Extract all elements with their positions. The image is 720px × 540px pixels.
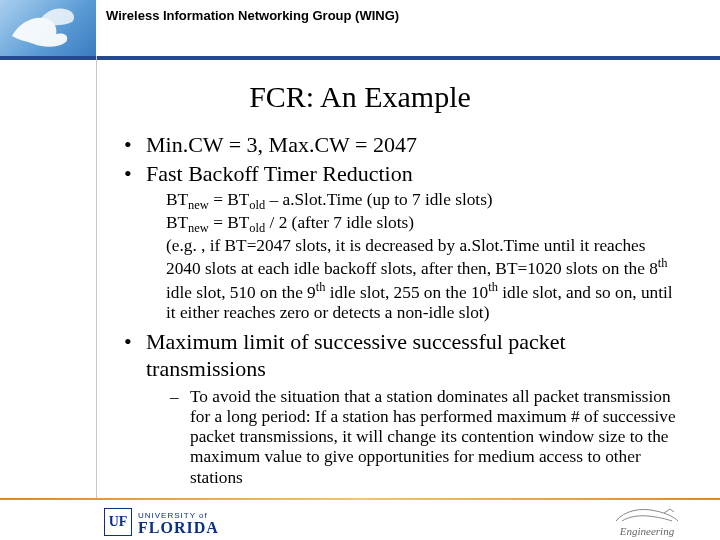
fbtr-details: BTnew = BTold – a.Slot.Time (up to 7 idl… xyxy=(120,190,680,323)
dove-image xyxy=(0,0,96,56)
uf-big-text: FLORIDA xyxy=(138,520,219,536)
bullet-fbtr: Fast Backoff Timer Reduction xyxy=(120,161,680,188)
content-area: Min.CW = 3, Max.CW = 2047 Fast Backoff T… xyxy=(120,132,680,488)
formula-line-1: BTnew = BTold – a.Slot.Time (up to 7 idl… xyxy=(166,190,680,213)
uf-mark-icon: UF xyxy=(104,508,132,536)
uf-wordmark: UNIVERSITY of FLORIDA xyxy=(138,512,219,536)
slide: Wireless Information Networking Group (W… xyxy=(0,0,720,540)
engineering-label: Engineering xyxy=(620,525,674,537)
header-divider xyxy=(0,56,720,60)
dove-icon xyxy=(4,2,92,54)
uf-logo: UF UNIVERSITY of FLORIDA xyxy=(104,508,219,536)
gator-icon xyxy=(612,501,682,527)
footer: UF UNIVERSITY of FLORIDA Engineering xyxy=(0,498,720,540)
slide-title: FCR: An Example xyxy=(0,80,720,114)
formula-line-2: BTnew = BTold / 2 (after 7 idle slots) xyxy=(166,213,680,236)
example-paragraph: (e.g. , if BT=2047 slots, it is decrease… xyxy=(166,236,680,323)
dash-explanation: To avoid the situation that a station do… xyxy=(120,387,680,488)
header-group-name: Wireless Information Networking Group (W… xyxy=(96,0,399,23)
side-divider xyxy=(96,56,97,498)
footer-divider xyxy=(0,498,720,500)
bullet-mincw: Min.CW = 3, Max.CW = 2047 xyxy=(120,132,680,159)
engineering-logo: Engineering xyxy=(592,501,702,537)
bullet-maxlimit: Maximum limit of successive successful p… xyxy=(120,329,680,383)
header-strip: Wireless Information Networking Group (W… xyxy=(0,0,720,56)
